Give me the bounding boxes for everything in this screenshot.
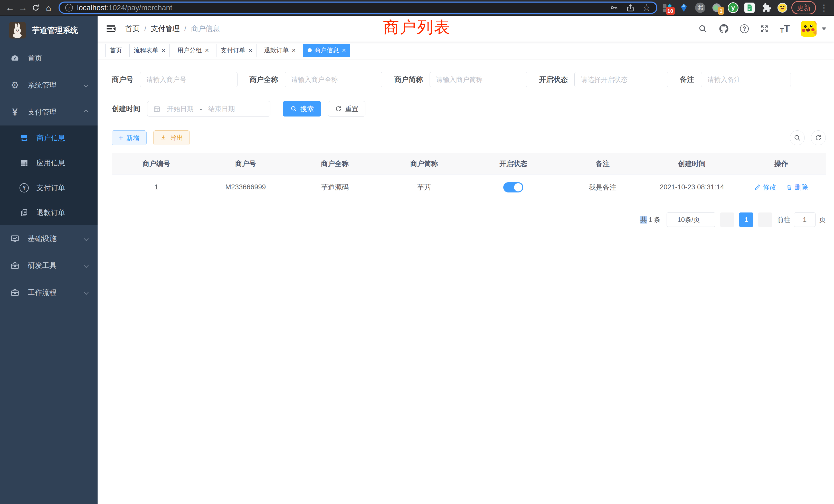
cell-status [469, 182, 558, 192]
sidebar-item-pay-order[interactable]: ¥ 支付订单 [0, 175, 97, 200]
sidebar-toggle-button[interactable] [105, 23, 116, 35]
sidebar-item-infrastructure[interactable]: 基础设施 [0, 225, 97, 252]
status-select[interactable]: 请选择开启状态 [574, 72, 668, 87]
main-area: 首页 / 支付管理 / 商户信息 ? [97, 16, 834, 504]
github-icon[interactable] [719, 23, 729, 34]
tab-process-form[interactable]: 流程表单× [129, 44, 170, 57]
pagination-total: 共1条 [640, 215, 662, 224]
help-icon[interactable]: ? [740, 24, 749, 33]
download-icon [160, 134, 167, 141]
extensions-puzzle-icon[interactable] [761, 2, 771, 13]
edit-pen-icon [754, 184, 761, 191]
browser-home-button[interactable]: ⌂ [42, 1, 55, 14]
tab-merchant-info[interactable]: 商户信息× [303, 44, 350, 57]
edit-link[interactable]: 修改 [754, 183, 776, 192]
browser-update-button[interactable]: 更新 [791, 1, 816, 14]
sidebar-item-merchant-info[interactable]: 商户信息 [0, 125, 97, 151]
sidebar-item-label: 研发工具 [28, 261, 57, 271]
delete-link[interactable]: 删除 [786, 183, 808, 192]
browser-profile-avatar[interactable] [777, 2, 788, 13]
filter-row-2: 创建时间 开始日期 - 结束日期 搜索 重置 [112, 101, 826, 116]
cell-merchant-id: 1 [112, 183, 201, 191]
sidebar-item-pay[interactable]: ¥ 支付管理 [0, 98, 97, 125]
tab-home[interactable]: 首页 [105, 44, 126, 57]
tab-refund-order[interactable]: 退款订单× [260, 44, 300, 57]
sidebar-item-dev-tools[interactable]: 研发工具 [0, 252, 97, 279]
export-button[interactable]: 导出 [153, 130, 190, 145]
chevron-down-icon [84, 290, 88, 295]
merchant-table: 商户编号 商户号 商户全称 商户简称 开启状态 备注 创建时间 操作 1 M23… [112, 153, 826, 200]
sidebar-item-workflow[interactable]: 工作流程 [0, 279, 97, 306]
app-title: 芋道管理系统 [32, 25, 78, 36]
reset-button[interactable]: 重置 [328, 101, 366, 116]
browser-menu-icon[interactable]: ⋮ [817, 3, 830, 13]
goto-page-input[interactable] [794, 212, 815, 227]
url-path: :1024/pay/merchant [106, 4, 172, 12]
sidebar-item-app-info[interactable]: 应用信息 [0, 151, 97, 175]
add-button[interactable]: + 新增 [112, 130, 147, 145]
sidebar-item-refund-order[interactable]: 退款订单 [0, 200, 97, 225]
status-select-placeholder: 请选择开启状态 [581, 75, 628, 84]
extension-grid-gem-icon[interactable]: 10 [662, 2, 673, 13]
extension-docs-icon[interactable] [744, 2, 755, 13]
status-toggle-on[interactable] [503, 182, 523, 192]
extension-command-icon[interactable]: ⌘ [695, 2, 706, 13]
toggle-search-button[interactable] [790, 130, 805, 145]
next-page-button[interactable] [758, 212, 772, 227]
breadcrumb-home[interactable]: 首页 [125, 24, 140, 33]
close-icon[interactable]: × [248, 47, 252, 54]
close-icon[interactable]: × [161, 47, 166, 54]
url-text: localhost:1024/pay/merchant [77, 4, 172, 12]
create-time-range-picker[interactable]: 开始日期 - 结束日期 [147, 101, 270, 116]
sidebar-item-label: 应用信息 [37, 158, 65, 168]
current-page-button[interactable]: 1 [739, 212, 753, 227]
page-content: 商户号 商户全称 商户简称 开启状态 请选择开启状态 备注 创 [97, 59, 834, 504]
page-size-select[interactable]: 10条/页 [666, 212, 716, 227]
sidebar-logo[interactable]: 芋道管理系统 [0, 16, 97, 45]
browser-back-button[interactable]: ← [4, 1, 17, 14]
extension-y-icon[interactable]: y [728, 2, 739, 13]
extension-gem-icon[interactable] [678, 2, 689, 13]
browser-reload-button[interactable] [29, 1, 42, 14]
remark-input[interactable] [701, 72, 791, 87]
share-icon[interactable] [626, 3, 635, 12]
tags-view-bar: 首页 流程表单× 用户分组× 支付订单× 退款订单× 商户信息× [97, 42, 834, 59]
browser-forward-button[interactable]: → [17, 1, 29, 14]
sidebar-item-home[interactable]: 首页 [0, 45, 97, 72]
cell-create-time: 2021-10-23 08:31:14 [647, 183, 737, 191]
merchant-full-name-input[interactable] [285, 72, 382, 87]
total-prefix-highlighted: 共 [640, 216, 647, 224]
toolbox-icon [10, 261, 20, 270]
avatar-caret-icon[interactable] [822, 27, 826, 30]
refresh-table-button[interactable] [811, 130, 826, 145]
password-key-icon[interactable] [610, 3, 618, 12]
chevron-down-icon [84, 83, 88, 87]
merchant-short-name-input[interactable] [430, 72, 527, 87]
top-navbar: 首页 / 支付管理 / 商户信息 ? [97, 16, 834, 42]
goto-suffix: 页 [819, 215, 826, 224]
table-header-row: 商户编号 商户号 商户全称 商户简称 开启状态 备注 创建时间 操作 [112, 153, 826, 175]
close-icon[interactable]: × [205, 47, 209, 54]
merchant-no-input[interactable] [140, 72, 238, 87]
prev-page-button[interactable] [720, 212, 734, 227]
url-host: localhost [77, 4, 106, 12]
search-button[interactable]: 搜索 [283, 101, 321, 116]
font-size-icon[interactable]: TT [780, 24, 790, 33]
gear-icon: ⚙ [10, 81, 20, 90]
extension-circle-icon[interactable]: 1 [711, 2, 722, 13]
breadcrumb-pay[interactable]: 支付管理 [151, 24, 180, 33]
address-bar[interactable]: i localhost:1024/pay/merchant ☆ [59, 2, 657, 14]
fullscreen-icon[interactable] [760, 24, 769, 33]
close-icon[interactable]: × [292, 47, 296, 54]
sidebar-item-system[interactable]: ⚙ 系统管理 [0, 72, 97, 98]
header-search-icon[interactable] [698, 24, 708, 33]
sidebar: 芋道管理系统 首页 ⚙ 系统管理 ¥ 支付管理 [0, 16, 97, 504]
app-window: 芋道管理系统 首页 ⚙ 系统管理 ¥ 支付管理 [0, 16, 834, 504]
page-info-icon[interactable]: i [65, 4, 73, 12]
bookmark-star-icon[interactable]: ☆ [642, 3, 651, 12]
refresh-icon [814, 134, 822, 142]
user-avatar[interactable] [800, 21, 816, 37]
close-icon[interactable]: × [342, 47, 346, 54]
tab-pay-order[interactable]: 支付订单× [216, 44, 257, 57]
tab-user-group[interactable]: 用户分组× [173, 44, 213, 57]
